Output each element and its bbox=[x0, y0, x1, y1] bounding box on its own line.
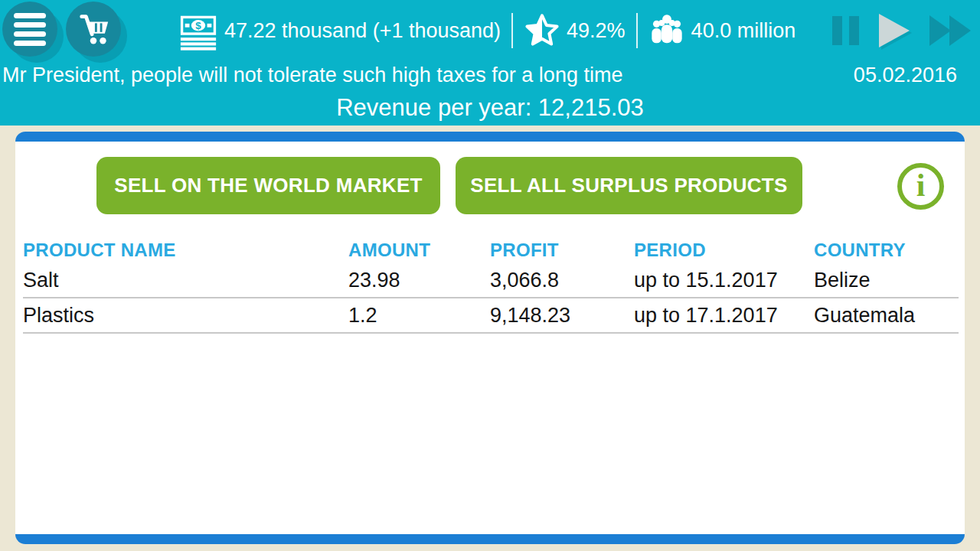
col-product-name: PRODUCT NAME bbox=[23, 240, 348, 261]
advisor-message: Mr President, people will not tolerate s… bbox=[2, 64, 622, 87]
stats-bar: $ 47.22 thousand (+1 thousand) 49.2% bbox=[178, 0, 795, 61]
contracts-table: PRODUCT NAME AMOUNT PROFIT PERIOD COUNTR… bbox=[23, 237, 959, 334]
time-controls bbox=[832, 0, 971, 61]
sell-all-surplus-button[interactable]: SELL ALL SURPLUS PRODUCTS bbox=[456, 157, 802, 214]
approval-value: 49.2% bbox=[567, 19, 626, 43]
population-icon bbox=[648, 13, 685, 48]
table-header-row: PRODUCT NAME AMOUNT PROFIT PERIOD COUNTR… bbox=[23, 237, 959, 263]
cell-product-name: Plastics bbox=[23, 304, 348, 328]
menu-button[interactable] bbox=[2, 2, 57, 57]
money-icon: $ bbox=[178, 11, 218, 51]
approval-stat: 49.2% bbox=[524, 12, 626, 49]
cell-amount: 23.98 bbox=[348, 269, 490, 292]
game-screen: $ 47.22 thousand (+1 thousand) 49.2% bbox=[0, 0, 980, 551]
cart-icon bbox=[76, 11, 111, 47]
population-value: 40.0 million bbox=[691, 19, 796, 43]
panel-top-border bbox=[15, 132, 965, 142]
info-button[interactable]: i bbox=[897, 163, 944, 210]
ticker-row: Mr President, people will not tolerate s… bbox=[2, 64, 957, 87]
divider bbox=[636, 13, 638, 48]
star-icon bbox=[524, 12, 560, 49]
game-date: 05.02.2016 bbox=[854, 64, 957, 87]
cell-profit: 3,066.8 bbox=[490, 269, 634, 292]
play-button[interactable] bbox=[879, 14, 910, 47]
money-value: 47.22 thousand (+1 thousand) bbox=[224, 19, 501, 43]
world-market-panel: SELL ON THE WORLD MARKET SELL ALL SURPLU… bbox=[15, 132, 965, 544]
cell-country: Belize bbox=[814, 269, 959, 292]
table-row: Plastics 1.2 9,148.23 up to 17.1.2017 Gu… bbox=[23, 298, 959, 334]
menu-icon bbox=[14, 13, 46, 46]
col-period: PERIOD bbox=[634, 240, 814, 261]
fast-forward-icon bbox=[929, 15, 971, 46]
fast-forward-button[interactable] bbox=[929, 15, 971, 46]
revenue-per-year: Revenue per year: 12,215.03 bbox=[0, 94, 980, 122]
panel-bottom-border bbox=[15, 534, 965, 544]
svg-text:$: $ bbox=[195, 20, 201, 31]
money-stat: $ 47.22 thousand (+1 thousand) bbox=[178, 11, 501, 51]
cell-amount: 1.2 bbox=[348, 304, 490, 328]
info-icon: i bbox=[916, 169, 926, 201]
shop-button[interactable] bbox=[66, 2, 121, 57]
play-icon bbox=[879, 14, 910, 47]
col-profit: PROFIT bbox=[490, 240, 634, 261]
top-bar: $ 47.22 thousand (+1 thousand) 49.2% bbox=[0, 0, 980, 126]
cell-product-name: Salt bbox=[23, 269, 348, 292]
cell-period: up to 15.1.2017 bbox=[634, 269, 814, 292]
pause-icon bbox=[832, 16, 859, 45]
cell-period: up to 17.1.2017 bbox=[634, 304, 814, 328]
sell-world-market-button[interactable]: SELL ON THE WORLD MARKET bbox=[96, 157, 440, 214]
table-row: Salt 23.98 3,066.8 up to 15.1.2017 Beliz… bbox=[23, 263, 959, 298]
pause-button[interactable] bbox=[832, 16, 859, 45]
divider bbox=[511, 13, 513, 48]
col-amount: AMOUNT bbox=[348, 240, 490, 261]
population-stat: 40.0 million bbox=[648, 13, 796, 48]
col-country: COUNTRY bbox=[814, 240, 959, 261]
cell-country: Guatemala bbox=[814, 304, 959, 328]
cell-profit: 9,148.23 bbox=[490, 304, 634, 328]
